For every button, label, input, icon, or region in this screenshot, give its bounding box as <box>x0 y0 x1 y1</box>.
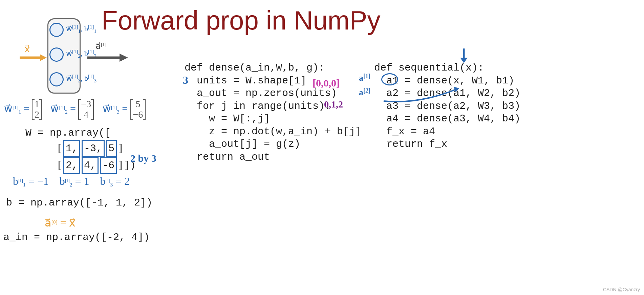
sweep-arrow-icon <box>382 84 460 104</box>
neuron-2 <box>49 47 64 62</box>
annotation-2by3: 2 by 3 <box>130 153 156 164</box>
annotation-three: 3 <box>183 74 188 86</box>
dense-function-code: def dense(a_in,W,b, g): units = W.shape[… <box>185 62 361 163</box>
b-math: b[l]1 = −1 b[l]2 = 1 b[l]3 = 2 <box>13 175 130 188</box>
input-arrow-icon <box>20 53 47 63</box>
neuron-3 <box>49 72 64 86</box>
annotation-a2: a[2] <box>359 87 370 98</box>
annotation-zeros: [0,0,0] <box>313 77 340 89</box>
neuron-3-label: w⃗[1]3, b[1]3 <box>66 74 96 83</box>
b-array-code: b = np.array([-1, 1, 2]) <box>6 196 152 210</box>
annotation-a1: a[1] <box>359 73 370 83</box>
annotation-range: 0,1,2 <box>324 99 343 110</box>
svg-marker-5 <box>460 58 468 63</box>
w-array-code: W = np.array([ [1,-3,5] [2,4,-6]]) <box>25 126 136 174</box>
watermark: CSDN @Cyanzry <box>603 287 640 292</box>
svg-marker-3 <box>120 54 128 62</box>
weights-math: w⃗[1]1 = 12 w⃗[1]2 = −34 w⃗[1]3 = 5−6 <box>4 99 152 120</box>
down-arrow-icon <box>455 47 472 64</box>
a-label: a⃗[l] <box>95 41 106 51</box>
page-title: Forward prop in NumPy <box>102 5 381 36</box>
neuron-1 <box>49 23 64 37</box>
ain-code: a_in = np.array([-2, 4]) <box>3 231 150 244</box>
nn-diagram: x⃗ w⃗[1]1, b[1]1 w⃗[1]2, b[1]2 w⃗[1]3, b… <box>20 17 128 95</box>
svg-marker-1 <box>40 54 47 61</box>
a0-math: a⃗[0] = x⃗ <box>45 216 76 229</box>
neuron-1-label: w⃗[1]1, b[1]1 <box>66 24 96 33</box>
output-arrow-icon <box>87 51 128 64</box>
circle-a1-icon <box>381 73 398 85</box>
